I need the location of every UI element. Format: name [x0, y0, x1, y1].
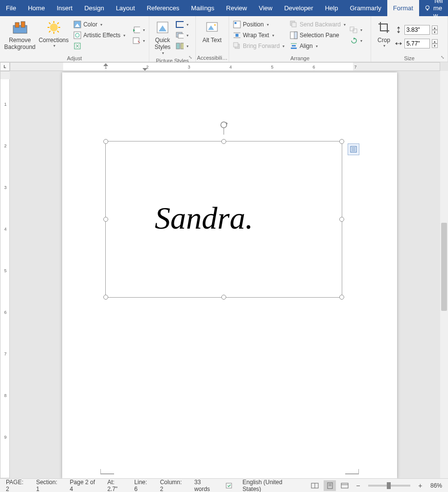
artistic-effects-button[interactable]: Artistic Effects ▾	[71, 30, 127, 40]
svg-rect-33	[235, 22, 236, 24]
vertical-scrollbar[interactable]	[440, 71, 448, 478]
tab-mailings[interactable]: Mailings	[185, 0, 220, 16]
tab-grammarly[interactable]: Grammarly	[344, 0, 387, 16]
rotate-handle[interactable]	[219, 121, 229, 131]
send-backward-label: Send Backward	[300, 21, 341, 28]
width-spinner[interactable]: ▴▾	[432, 39, 438, 48]
view-print-layout[interactable]	[324, 480, 336, 491]
width-input-group: ▴▾	[395, 39, 438, 48]
view-read-mode[interactable]	[308, 480, 321, 491]
chevron-down-icon: ▾	[123, 33, 125, 38]
status-page-of[interactable]: Page 2 of 4	[67, 479, 102, 492]
height-spinner[interactable]: ▴▾	[432, 25, 438, 34]
tab-insert[interactable]: Insert	[51, 0, 79, 16]
handle-l[interactable]	[103, 217, 108, 222]
zoom-slider[interactable]	[368, 485, 410, 487]
tab-file[interactable]: File	[0, 0, 22, 16]
corrections-button[interactable]: Corrections ▾	[38, 18, 70, 48]
status-line[interactable]: Line: 6	[131, 479, 154, 492]
wrap-text-button[interactable]: Wrap Text▾	[231, 30, 288, 40]
picture-layout-button[interactable]: ▾	[174, 41, 190, 51]
svg-marker-54	[400, 42, 402, 45]
svg-text:4: 4	[4, 227, 6, 232]
zoom-level[interactable]: 86%	[427, 482, 445, 489]
compress-pictures-button[interactable]	[71, 41, 127, 51]
tab-help[interactable]: Help	[319, 0, 344, 16]
handle-bl[interactable]	[103, 295, 108, 300]
tab-design[interactable]: Design	[78, 0, 110, 16]
chevron-down-icon: ▾	[272, 33, 274, 38]
position-button[interactable]: Position▾	[231, 20, 288, 29]
status-words[interactable]: 33 words	[191, 479, 220, 492]
picture-styles-launcher[interactable]: ⤡	[189, 55, 194, 61]
handle-b[interactable]	[221, 295, 226, 300]
horizontal-ruler[interactable]: 123 456 7	[10, 62, 440, 71]
chevron-down-icon: ▾	[187, 33, 189, 38]
chevron-down-icon: ▾	[53, 44, 55, 48]
status-at[interactable]: At: 2.7"	[104, 479, 128, 492]
change-picture-button[interactable]: ▾	[130, 25, 147, 35]
vertical-ruler[interactable]: 123 456 789	[0, 71, 10, 478]
corrections-label: Corrections	[39, 37, 69, 44]
group-size-label: Size	[371, 54, 448, 62]
svg-point-31	[214, 24, 216, 26]
zoom-in-button[interactable]: +	[416, 482, 424, 490]
send-backward-button[interactable]: Send Backward▾	[288, 20, 348, 29]
ribbon-tabs: File Home Insert Design Layout Reference…	[0, 0, 448, 16]
group-objects-button[interactable]: ▾	[348, 25, 364, 35]
zoom-slider-knob[interactable]	[387, 482, 391, 489]
remove-background-button[interactable]: Remove Background	[2, 18, 38, 51]
scrollbar-thumb[interactable]	[441, 223, 447, 311]
rotate-button[interactable]: ▾	[348, 36, 364, 46]
status-column[interactable]: Column: 2	[157, 479, 189, 492]
picture-effects-button[interactable]: ▾	[174, 30, 190, 40]
chevron-down-icon: ▾	[187, 23, 189, 27]
status-proofing[interactable]	[223, 482, 236, 489]
selection-pane-button[interactable]: Selection Pane	[288, 30, 348, 40]
tab-view[interactable]: View	[253, 0, 278, 16]
svg-text:7: 7	[354, 65, 356, 70]
tab-selector[interactable]: L	[0, 62, 10, 71]
handle-r[interactable]	[339, 217, 344, 222]
tab-layout[interactable]: Layout	[110, 0, 141, 16]
tab-home[interactable]: Home	[22, 0, 51, 16]
tab-references[interactable]: References	[141, 0, 185, 16]
picture-border-icon	[176, 21, 184, 28]
view-web-layout[interactable]	[339, 480, 351, 491]
svg-text:3: 3	[4, 185, 6, 190]
status-section[interactable]: Section: 1	[33, 479, 64, 492]
handle-br[interactable]	[339, 295, 344, 300]
bring-forward-button[interactable]: Bring Forward▾	[231, 41, 288, 51]
handle-tl[interactable]	[103, 139, 108, 144]
remove-background-icon	[12, 20, 28, 35]
zoom-out-button[interactable]: −	[354, 482, 362, 490]
layout-options-button[interactable]	[348, 143, 359, 155]
chevron-down-icon: ▾	[143, 39, 145, 43]
lightbulb-icon	[424, 5, 431, 12]
tab-review[interactable]: Review	[220, 0, 253, 16]
picture-selection[interactable]: Sandra.	[105, 141, 342, 298]
alt-text-button[interactable]: Alt Text	[198, 18, 226, 44]
size-launcher[interactable]: ⤡	[441, 55, 447, 61]
height-input[interactable]	[404, 25, 430, 35]
status-page[interactable]: PAGE: 2	[3, 479, 30, 492]
chevron-down-icon: ▾	[100, 23, 102, 27]
width-input[interactable]	[404, 39, 430, 48]
crop-button[interactable]: Crop ▾	[373, 18, 395, 48]
picture-border-button[interactable]: ▾	[174, 20, 190, 29]
reset-picture-button[interactable]: ▾	[130, 36, 147, 46]
change-picture-icon	[132, 26, 140, 34]
tab-developer[interactable]: Developer	[278, 0, 319, 16]
align-button[interactable]: Align▾	[288, 41, 348, 51]
svg-text:3: 3	[188, 65, 190, 70]
group-arrange-label: Arrange	[229, 54, 371, 62]
tab-format[interactable]: Format	[387, 0, 419, 16]
status-language[interactable]: English (United States)	[239, 479, 303, 492]
color-button[interactable]: Color ▾	[71, 20, 127, 29]
svg-rect-42	[294, 32, 297, 39]
alt-text-label: Alt Text	[202, 37, 221, 44]
document-area[interactable]: Sandra.	[10, 71, 440, 478]
quick-styles-button[interactable]: Quick Styles ▾	[151, 18, 174, 55]
handle-t[interactable]	[221, 139, 226, 144]
handle-tr[interactable]	[339, 139, 344, 144]
